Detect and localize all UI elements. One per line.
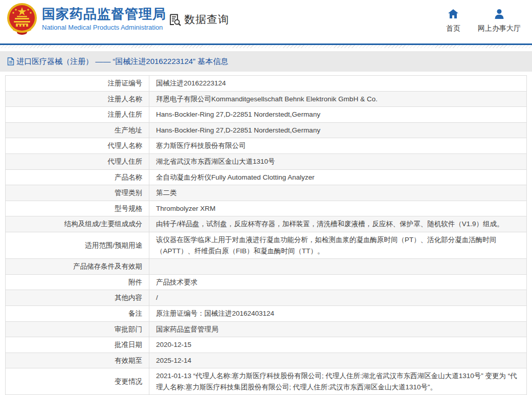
row-label-text: 注册证编号 (108, 78, 143, 89)
table-row: 产品名称 全自动凝血分析仪Fully Automated Clotting An… (6, 170, 526, 186)
info-table: 注册证编号 国械注进20162223124 注册人名称 拜恩电子有限公司Komm… (5, 75, 527, 395)
row-label: 变更情况 (6, 368, 149, 394)
row-label: 产品储存条件及有效期 (6, 259, 149, 274)
row-label-text: 批准日期 (115, 339, 142, 350)
site-title-block: 国家药品监督管理局 National Medical Products Admi… (42, 6, 166, 31)
row-value: 原注册证编号：国械注进20162403124 (149, 306, 526, 321)
header-hatch-strip (0, 45, 532, 48)
row-label: 管理类别 (6, 185, 149, 201)
row-label: 有效期至 (6, 353, 149, 368)
row-label-text: 备注 (128, 308, 142, 319)
row-label: 审批部门 (6, 322, 149, 337)
row-value-text: 2020-12-15 (156, 339, 191, 350)
header-nav: 首页 网上办事大厅 (446, 8, 521, 33)
row-value-text: 产品技术要求 (156, 277, 197, 288)
row-value-text: 该仪器在医学临床上用于对血液进行凝血功能分析，如检测血浆的凝血酶原时间（PT）、… (156, 234, 520, 256)
row-label-text: 注册人名称 (108, 94, 143, 105)
row-value-text: 由转子/样品盘，试剂盘，反应杯寄存器，加样装置，清洗槽和废液槽，反应杯、保护罩、… (156, 218, 504, 230)
document-search-icon (168, 13, 182, 27)
row-value: 该仪器在医学临床上用于对血液进行凝血功能分析，如检测血浆的凝血酶原时间（PT）、… (149, 232, 526, 258)
table-row: 型号规格 Thrombolyzer XRM (6, 201, 526, 217)
breadcrumb-text: 进口医疗器械（注册） —— “国械注进20162223124” 基本信息 (16, 57, 228, 67)
row-value: 由转子/样品盘，试剂盘，反应杯寄存器，加样装置，清洗槽和废液槽，反应杯、保护罩、… (149, 216, 526, 232)
row-label-text: 有效期至 (115, 355, 142, 366)
table-row: 备注 原注册证编号：国械注进20162403124 (6, 306, 526, 322)
row-value-text: 湖北省武汉市东西湖区金山大道1310号 (156, 156, 275, 167)
row-value: 全自动凝血分析仪Fully Automated Clotting Analyze… (149, 170, 526, 185)
table-row: 代理人名称 塞力斯医疗科技股份有限公司 (6, 138, 526, 154)
row-value-text: 塞力斯医疗科技股份有限公司 (156, 140, 246, 151)
home-icon (448, 8, 459, 19)
nav-service-hall-label: 网上办事大厅 (478, 24, 521, 33)
site-title-zh: 国家药品监督管理局 (42, 6, 166, 22)
row-label-text: 变更情况 (115, 376, 142, 387)
row-value-text: 第二类 (156, 187, 177, 199)
row-value-text: 拜恩电子有限公司Kommanditgesellschaft Behnk Elek… (156, 94, 378, 105)
national-emblem-logo (7, 3, 37, 35)
row-value-text: 国家药品监督管理局 (156, 324, 218, 335)
row-value: Hans-Bockler-Ring 27,D-22851 Norderstedt… (149, 107, 526, 122)
row-label: 注册证编号 (6, 76, 149, 91)
row-value-text: 2025-12-14 (156, 355, 191, 366)
row-label-text: 型号规格 (115, 203, 142, 214)
table-row: 适用范围/预期用途 该仪器在医学临床上用于对血液进行凝血功能分析，如检测血浆的凝… (6, 232, 526, 259)
data-query-section: 数据查询 (168, 12, 229, 27)
table-row: 有效期至 2025-12-14 (6, 353, 526, 369)
row-value-text: Hans-Bockler-Ring 27,D-22851 Norderstedt… (156, 109, 320, 120)
table-row: 附件 产品技术要求 (6, 275, 526, 291)
row-label: 批准日期 (6, 337, 149, 353)
row-value-text: 原注册证编号：国械注进20162403124 (156, 308, 274, 319)
row-value-text: 全自动凝血分析仪Fully Automated Clotting Analyze… (156, 172, 315, 183)
row-value: 国家药品监督管理局 (149, 322, 526, 337)
row-label-text: 审批部门 (115, 324, 142, 335)
row-label: 型号规格 (6, 201, 149, 216)
row-label: 备注 (6, 306, 149, 321)
row-value: 第二类 (149, 185, 526, 201)
table-row: 注册人名称 拜恩电子有限公司Kommanditgesellschaft Behn… (6, 92, 526, 107)
row-label: 其他内容 (6, 290, 149, 305)
site-title-en: National Medical Products Administration (42, 24, 166, 31)
row-label-text: 代理人住所 (108, 156, 143, 167)
row-label-text: 产品名称 (115, 172, 142, 183)
table-row: 批准日期 2020-12-15 (6, 337, 526, 353)
row-label-text: 适用范围/预期用途 (85, 240, 142, 251)
table-row: 注册人住所 Hans-Bockler-Ring 27,D-22851 Norde… (6, 107, 526, 123)
row-value: Thrombolyzer XRM (149, 201, 526, 216)
table-row: 代理人住所 湖北省武汉市东西湖区金山大道1310号 (6, 154, 526, 170)
row-value: 2021-01-13 “代理人名称:塞力斯医疗科技股份有限公司; 代理人住所:湖… (149, 368, 526, 394)
page-icon (7, 57, 14, 65)
row-label: 代理人名称 (6, 138, 149, 153)
row-label-text: 代理人名称 (108, 140, 143, 151)
row-label-text: 其他内容 (115, 292, 142, 303)
row-value: Hans-Bockler-Ring 27,D-22851 Norderstedt… (149, 123, 526, 138)
row-label: 结构及组成/主要组成成分 (6, 216, 149, 232)
row-value (149, 259, 526, 274)
user-icon (494, 8, 505, 19)
row-value: 2020-12-15 (149, 337, 526, 353)
row-value: 国械注进20162223124 (149, 76, 526, 91)
row-value: 产品技术要求 (149, 275, 526, 290)
site-header: 国家药品监督管理局 National Medical Products Admi… (0, 0, 532, 43)
table-row: 其他内容 / (6, 290, 526, 306)
row-value-text: 2021-01-13 “代理人名称:塞力斯医疗科技股份有限公司; 代理人住所:湖… (156, 370, 520, 392)
table-row: 结构及组成/主要组成成分 由转子/样品盘，试剂盘，反应杯寄存器，加样装置，清洗槽… (6, 216, 526, 232)
row-value: 湖北省武汉市东西湖区金山大道1310号 (149, 154, 526, 169)
row-value: / (149, 290, 526, 305)
table-row: 管理类别 第二类 (6, 185, 526, 201)
row-label: 注册人名称 (6, 92, 149, 107)
table-row: 变更情况 2021-01-13 “代理人名称:塞力斯医疗科技股份有限公司; 代理… (6, 368, 526, 395)
nav-item-service-hall[interactable]: 网上办事大厅 (478, 8, 521, 33)
row-label-text: 管理类别 (115, 187, 142, 199)
row-label: 适用范围/预期用途 (6, 232, 149, 258)
nav-home-label: 首页 (446, 24, 460, 33)
row-value: 拜恩电子有限公司Kommanditgesellschaft Behnk Elek… (149, 92, 526, 107)
table-row: 审批部门 国家药品监督管理局 (6, 322, 526, 338)
row-value-text: / (156, 292, 158, 303)
row-label: 附件 (6, 275, 149, 290)
row-label: 代理人住所 (6, 154, 149, 169)
row-value: 塞力斯医疗科技股份有限公司 (149, 138, 526, 153)
row-value-text: 国械注进20162223124 (156, 78, 226, 89)
breadcrumb: 进口医疗器械（注册） —— “国械注进20162223124” 基本信息 (0, 51, 532, 72)
row-label: 产品名称 (6, 170, 149, 185)
nav-item-home[interactable]: 首页 (446, 8, 460, 33)
